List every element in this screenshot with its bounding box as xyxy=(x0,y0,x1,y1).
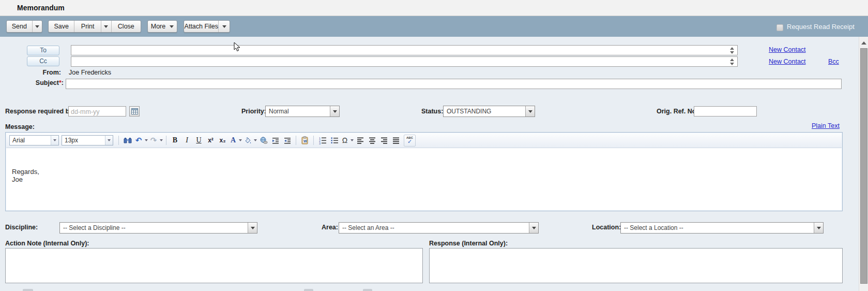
underline-button[interactable]: U xyxy=(193,135,205,147)
to-input[interactable] xyxy=(71,46,737,55)
undo-button[interactable]: ↶ xyxy=(133,135,144,147)
discipline-label: Discipline: xyxy=(5,224,38,231)
toolbar-separator xyxy=(166,136,166,145)
justify-icon xyxy=(392,136,400,144)
font-size-value: 13px xyxy=(62,137,105,144)
link-globe-icon xyxy=(260,137,268,144)
align-left-icon xyxy=(356,136,364,144)
subject-input[interactable] xyxy=(66,80,841,89)
message-body-line: Regards, xyxy=(12,168,842,176)
chevron-down-icon xyxy=(248,223,257,233)
bullet-list-button[interactable] xyxy=(328,135,340,147)
subject-field-wrap xyxy=(66,79,842,89)
location-select[interactable]: -- Select a Location -- xyxy=(620,222,824,234)
send-menu-arrow[interactable] xyxy=(32,21,42,32)
memo-form: To New Contact Cc New Contact Bcc From: … xyxy=(0,37,868,291)
attach-files-menu-arrow[interactable] xyxy=(218,21,230,32)
subscript-button[interactable]: x₂ xyxy=(217,135,229,147)
redo-button[interactable]: ↷ xyxy=(148,135,159,147)
close-button[interactable]: Close xyxy=(111,21,141,32)
print-button[interactable]: Print xyxy=(74,21,100,32)
indent-button[interactable] xyxy=(269,135,281,147)
special-character-menu-arrow[interactable] xyxy=(349,135,354,147)
insert-link-button[interactable] xyxy=(257,135,269,147)
save-button[interactable]: Save xyxy=(49,21,74,32)
response-date-input[interactable] xyxy=(69,107,126,117)
align-right-button[interactable] xyxy=(378,135,390,147)
cc-spinner[interactable] xyxy=(728,57,736,66)
request-read-receipt-checkbox[interactable] xyxy=(776,24,783,31)
chevron-down-icon xyxy=(51,136,58,145)
outdent-button[interactable] xyxy=(281,135,293,147)
cursor-arrow-icon xyxy=(234,42,241,52)
more-button[interactable]: More xyxy=(148,21,177,32)
justify-button[interactable] xyxy=(390,135,402,147)
calendar-button[interactable] xyxy=(129,106,140,117)
spell-check-button[interactable]: ABC ✓ xyxy=(404,135,416,147)
bold-icon: B xyxy=(173,136,177,144)
more-button-label: More xyxy=(151,23,165,30)
chevron-down-icon xyxy=(104,25,108,28)
area-label: Area: xyxy=(322,224,338,231)
bold-button[interactable]: B xyxy=(169,135,181,147)
response-textarea[interactable] xyxy=(429,248,843,283)
priority-select[interactable]: Normal xyxy=(265,106,340,117)
print-menu-arrow[interactable] xyxy=(101,21,111,32)
scroll-up-button[interactable] xyxy=(859,40,868,46)
vertical-scrollbar[interactable] xyxy=(859,37,868,291)
from-value: Joe Fredericks xyxy=(69,69,111,76)
discipline-select[interactable]: -- Select a Discipline -- xyxy=(59,222,257,234)
find-replace-button[interactable] xyxy=(121,135,133,147)
attach-files-button[interactable]: Attach Files xyxy=(184,21,218,32)
calendar-icon xyxy=(131,108,138,114)
priority-label: Priority: xyxy=(241,108,266,115)
area-select[interactable]: -- Select an Area -- xyxy=(339,222,539,234)
italic-icon: I xyxy=(186,136,188,144)
cc-new-contact-link[interactable]: New Contact xyxy=(769,58,806,65)
italic-button[interactable]: I xyxy=(181,135,193,147)
align-center-button[interactable] xyxy=(366,135,378,147)
action-note-textarea[interactable] xyxy=(5,248,423,283)
status-select[interactable]: OUTSTANDING xyxy=(443,106,535,117)
toolbar-separator xyxy=(118,136,119,145)
paste-from-word-icon: W xyxy=(301,136,309,144)
highlight-menu-arrow[interactable] xyxy=(253,135,257,147)
undo-menu-arrow[interactable] xyxy=(144,135,148,147)
font-color-menu-arrow[interactable] xyxy=(238,135,242,147)
more-button-group: More xyxy=(147,20,177,33)
to-field-wrap xyxy=(71,45,738,55)
subscript-icon: x₂ xyxy=(219,137,225,144)
discipline-value: -- Select a Discipline -- xyxy=(60,224,248,231)
chevron-down-icon xyxy=(35,25,39,28)
response-date-wrap xyxy=(68,106,126,117)
location-label: Location: xyxy=(592,224,621,231)
redo-menu-arrow[interactable] xyxy=(159,135,163,147)
bcc-link[interactable]: Bcc xyxy=(828,58,839,65)
superscript-button[interactable]: x² xyxy=(205,135,217,147)
cc-button[interactable]: Cc xyxy=(27,56,59,66)
numbered-list-button[interactable]: 1 2 3 xyxy=(316,135,328,147)
chevron-down-icon xyxy=(239,139,242,141)
font-color-button[interactable]: A xyxy=(229,135,238,147)
cc-input[interactable] xyxy=(71,57,737,67)
to-button[interactable]: To xyxy=(27,46,59,55)
message-body[interactable]: Regards, Joe xyxy=(6,148,842,210)
plain-text-link[interactable]: Plain Text xyxy=(812,122,840,129)
orig-ref-input[interactable] xyxy=(694,107,756,117)
action-toolbar: Send Save Print Close More Attach Files … xyxy=(0,16,868,37)
align-left-button[interactable] xyxy=(354,135,366,147)
highlight-button[interactable] xyxy=(242,135,253,147)
special-character-button[interactable]: Ω xyxy=(340,135,349,147)
mouse-cursor xyxy=(234,42,241,52)
underline-icon: U xyxy=(196,136,201,144)
to-spinner[interactable] xyxy=(728,46,736,55)
font-size-select[interactable]: 13px xyxy=(62,135,113,146)
status-label: Status: xyxy=(421,108,443,115)
paste-from-word-button[interactable]: W xyxy=(299,135,311,147)
to-new-contact-link[interactable]: New Contact xyxy=(769,46,806,53)
font-family-select[interactable]: Arial xyxy=(9,135,59,146)
chevron-down-icon xyxy=(529,223,538,233)
scrollbar-thumb[interactable] xyxy=(860,48,867,284)
send-button[interactable]: Send xyxy=(7,21,32,32)
font-family-value: Arial xyxy=(10,137,51,144)
